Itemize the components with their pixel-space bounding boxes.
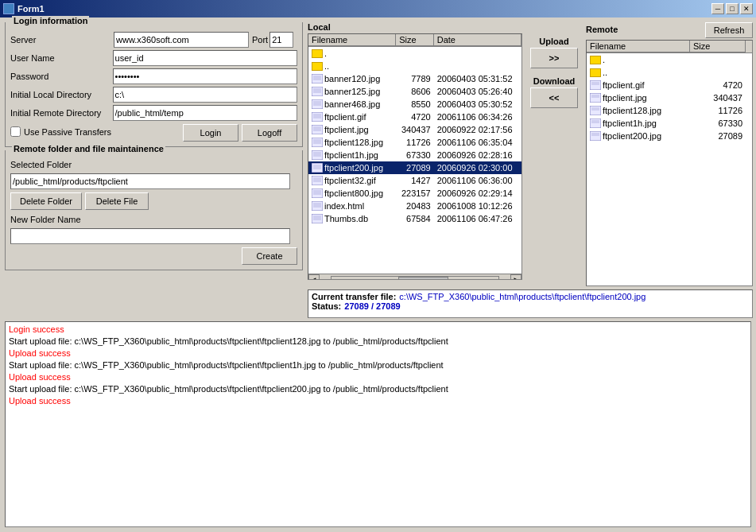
remote-file-row[interactable]: ftpclient.gif 4720 [587, 79, 752, 91]
remote-filename: ftpclient128.jpg [587, 106, 690, 115]
port-input[interactable] [269, 32, 293, 48]
folder-group: Remote folder and file maintainence Sele… [5, 150, 303, 270]
hscroll-right[interactable]: ► [510, 274, 521, 281]
title-bar: Form1 ─ □ ✕ [0, 0, 756, 17]
svg-rect-51 [590, 93, 601, 103]
hscroll-track[interactable] [331, 276, 499, 281]
remote-panel-title: Remote [586, 25, 618, 34]
download-button[interactable]: << [530, 87, 578, 108]
remote-file-row[interactable]: ftpclient128.jpg 11726 [587, 104, 752, 117]
new-folder-input[interactable] [10, 228, 290, 244]
login-group-title: Login information [12, 16, 89, 25]
log-line: Start upload file: c:\WS_FTP_X360\public… [9, 383, 747, 395]
local-file-row[interactable]: Thumbs.db 67584 20061106 06:47:26 [308, 212, 521, 225]
remote-col-size[interactable]: Size [690, 41, 746, 52]
selected-folder-input[interactable] [10, 173, 290, 189]
svg-rect-8 [312, 99, 323, 109]
local-filename: ftpclient.jpg [308, 125, 396, 134]
local-filename: Thumbs.db [308, 214, 396, 223]
server-input[interactable] [114, 32, 249, 48]
local-panel: Local Filename Size Date . .. banner120.… [308, 22, 522, 280]
remote-dir-row: Initial Remote Directory [10, 105, 297, 121]
upload-button[interactable]: >> [530, 48, 578, 68]
local-file-row[interactable]: . [308, 47, 521, 60]
remote-dir-label: Initial Remote Directory [10, 108, 113, 118]
folder-icon [590, 68, 601, 77]
local-file-row[interactable]: ftpclient.gif 4720 20061106 06:34:26 [308, 111, 521, 123]
remote-dir-input[interactable] [113, 105, 297, 121]
local-col-filename[interactable]: Filename [308, 34, 396, 46]
refresh-button[interactable]: Refresh [705, 22, 753, 38]
main-content: Login information Server Port User Name … [0, 17, 756, 532]
local-file-rows[interactable]: . .. banner120.jpg 7789 20060403 05:31:5… [308, 47, 521, 274]
local-file-row[interactable]: ftpclient800.jpg 223157 20060926 02:29:1… [308, 187, 521, 200]
local-file-row[interactable]: banner120.jpg 7789 20060403 05:31:52 [308, 72, 521, 85]
logoff-button[interactable]: Logoff [242, 124, 297, 142]
file-icon [312, 163, 323, 173]
hscroll-left[interactable]: ◄ [308, 274, 320, 281]
remote-file-row[interactable]: .. [587, 66, 752, 79]
transfer-file-label: Current transfer file: [312, 292, 396, 301]
delete-file-button[interactable]: Delete File [85, 192, 149, 210]
local-file-list[interactable]: Filename Size Date . .. banner120.jpg 77… [308, 33, 522, 280]
remote-filesize: 4720 [690, 80, 746, 90]
new-folder-row: New Folder Name [10, 215, 297, 224]
local-file-row[interactable]: index.html 20483 20061008 10:12:26 [308, 200, 521, 212]
local-file-row[interactable]: ftpclient32.gif 1427 20061106 06:36:00 [308, 174, 521, 187]
local-dir-input[interactable] [113, 87, 297, 103]
local-hscroll[interactable]: ◄ ► [308, 274, 521, 280]
remote-file-row[interactable]: ftpclient.jpg 340437 [587, 91, 752, 104]
delete-folder-button[interactable]: Delete Folder [10, 192, 82, 210]
login-button[interactable]: Login [183, 124, 238, 142]
username-input[interactable] [113, 50, 297, 66]
create-button[interactable]: Create [242, 247, 297, 265]
hscroll-thumb [398, 277, 448, 281]
upload-label: Upload [539, 37, 568, 46]
maximize-button[interactable]: □ [726, 3, 739, 14]
remote-file-rows[interactable]: . .. ftpclient.gif 4720 ftpclient.jpg 34… [587, 53, 752, 280]
transfer-file-value: c:\WS_FTP_X360\public_html\products\ftpc… [399, 292, 646, 301]
password-label: Password [10, 72, 113, 81]
window-title: Form1 [17, 4, 45, 14]
remote-file-row[interactable]: ftpclient1h.jpg 67330 [587, 117, 752, 130]
remote-file-row[interactable]: . [587, 53, 752, 66]
close-button[interactable]: ✕ [740, 3, 753, 14]
file-icon [312, 74, 323, 83]
remote-file-header: Filename Size [587, 41, 752, 53]
new-folder-label: New Folder Name [10, 215, 114, 224]
local-filedate: 20060922 02:17:56 [434, 125, 521, 134]
remote-file-row[interactable]: ftpclient200.jpg 27089 [587, 130, 752, 142]
local-filesize: 67584 [396, 214, 433, 223]
local-filesize: 8606 [396, 87, 433, 96]
svg-rect-20 [312, 138, 323, 147]
login-group: Login information Server Port User Name … [5, 22, 303, 147]
svg-rect-44 [312, 214, 323, 223]
status-area: Current transfer file: c:\WS_FTP_X360\pu… [308, 289, 753, 318]
local-file-row[interactable]: banner125.jpg 8606 20060403 05:26:40 [308, 85, 521, 98]
local-filename: index.html [308, 201, 396, 211]
remote-file-list[interactable]: Filename Size . .. ftpclient.gif 4720 ft… [586, 40, 753, 286]
svg-rect-36 [312, 188, 323, 198]
passive-checkbox[interactable] [10, 126, 21, 137]
local-file-row[interactable]: ftpclient1h.jpg 67330 20060926 02:28:16 [308, 149, 521, 161]
minimize-button[interactable]: ─ [711, 3, 724, 14]
passive-label: Use Passive Transfers [24, 127, 111, 137]
local-file-row[interactable]: .. [308, 60, 521, 72]
local-file-row[interactable]: banner468.jpg 8550 20060403 05:30:52 [308, 98, 521, 111]
remote-col-filename[interactable]: Filename [587, 41, 690, 52]
status-value: 27089 / 27089 [344, 301, 400, 311]
local-filedate: 20060926 02:29:14 [434, 188, 521, 198]
local-file-row[interactable]: ftpclient200.jpg 27089 20060926 02:30:00 [308, 161, 521, 174]
file-icon [312, 125, 323, 134]
file-icon [590, 106, 601, 115]
local-file-row[interactable]: ftpclient.jpg 340437 20060922 02:17:56 [308, 123, 521, 136]
local-col-date[interactable]: Date [434, 34, 521, 46]
local-filename: ftpclient128.jpg [308, 138, 396, 147]
password-input[interactable] [113, 68, 297, 84]
local-file-row[interactable]: ftpclient128.jpg 11726 20061106 06:35:04 [308, 136, 521, 149]
local-panel-title: Local [308, 22, 522, 32]
local-col-size[interactable]: Size [396, 34, 434, 46]
remote-filesize: 67330 [690, 118, 746, 128]
local-filename: ftpclient200.jpg [308, 163, 396, 173]
local-filename: . [308, 49, 396, 58]
